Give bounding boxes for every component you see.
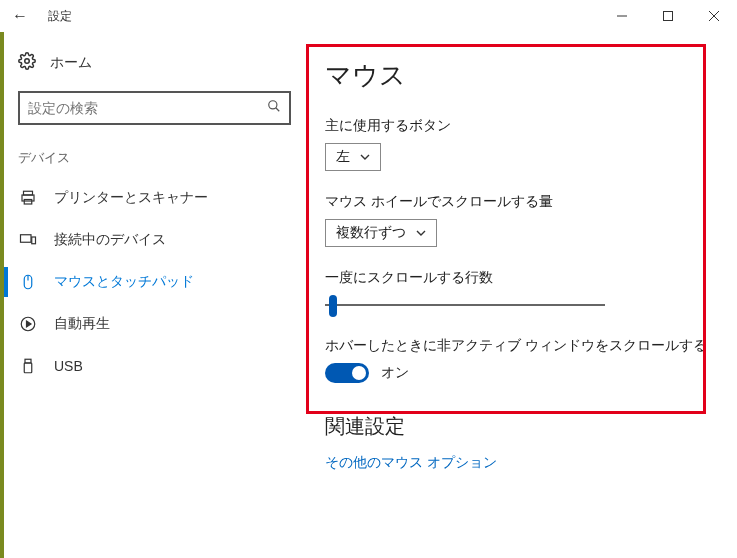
toggle-state-label: オン [381, 364, 409, 382]
inactive-scroll-toggle[interactable] [325, 363, 369, 383]
sidebar-item-label: マウスとタッチパッド [54, 273, 194, 291]
additional-mouse-options-link[interactable]: その他のマウス オプション [325, 454, 717, 472]
page-title: マウス [325, 58, 717, 93]
lines-per-scroll-label: 一度にスクロールする行数 [325, 269, 717, 287]
devices-icon [18, 231, 38, 249]
minimize-button[interactable] [599, 0, 645, 32]
inactive-scroll-label: ホバーしたときに非アクティブ ウィンドウをスクロールする [325, 337, 717, 355]
search-field[interactable] [28, 100, 267, 116]
sidebar-item-mouse-touchpad[interactable]: マウスとタッチパッド [4, 261, 305, 303]
slider-track-line [325, 304, 605, 306]
usb-icon [18, 357, 38, 375]
svg-rect-9 [24, 200, 32, 205]
mouse-icon [18, 273, 38, 291]
svg-rect-10 [21, 235, 32, 243]
search-input[interactable] [18, 91, 291, 125]
primary-button-value: 左 [336, 148, 350, 166]
sidebar-item-label: プリンターとスキャナー [54, 189, 208, 207]
slider-thumb[interactable] [329, 295, 337, 317]
sidebar: ホーム デバイス プリンターとスキャナー 接続中のデバイス マウスとタッチパッド… [0, 32, 305, 558]
lines-per-scroll-slider[interactable] [325, 295, 605, 315]
primary-button-label: 主に使用するボタン [325, 117, 717, 135]
sidebar-item-usb[interactable]: USB [4, 345, 305, 387]
primary-button-select[interactable]: 左 [325, 143, 381, 171]
sidebar-item-label: 自動再生 [54, 315, 110, 333]
svg-rect-11 [32, 237, 36, 244]
svg-marker-15 [27, 321, 32, 327]
toggle-knob [352, 366, 366, 380]
svg-rect-1 [664, 12, 673, 21]
window-title: 設定 [48, 8, 72, 25]
wheel-scroll-label: マウス ホイールでスクロールする量 [325, 193, 717, 211]
sidebar-item-connected-devices[interactable]: 接続中のデバイス [4, 219, 305, 261]
sidebar-item-label: USB [54, 358, 83, 374]
chevron-down-icon [360, 149, 370, 165]
svg-line-6 [276, 108, 280, 112]
home-button[interactable]: ホーム [4, 42, 305, 83]
gear-icon [18, 52, 36, 73]
main-panel: マウス 主に使用するボタン 左 マウス ホイールでスクロールする量 複数行ずつ … [305, 32, 737, 558]
search-icon [267, 99, 281, 117]
related-settings-title: 関連設定 [325, 413, 717, 440]
svg-rect-17 [24, 363, 32, 373]
back-button[interactable]: ← [4, 7, 36, 25]
home-label: ホーム [50, 54, 92, 72]
wheel-scroll-value: 複数行ずつ [336, 224, 406, 242]
close-button[interactable] [691, 0, 737, 32]
svg-point-4 [25, 59, 30, 64]
wheel-scroll-select[interactable]: 複数行ずつ [325, 219, 437, 247]
category-header: デバイス [4, 143, 305, 177]
sidebar-item-label: 接続中のデバイス [54, 231, 166, 249]
autoplay-icon [18, 315, 38, 333]
svg-point-5 [269, 101, 277, 109]
printer-icon [18, 189, 38, 207]
chevron-down-icon [416, 225, 426, 241]
sidebar-item-autoplay[interactable]: 自動再生 [4, 303, 305, 345]
sidebar-item-printers[interactable]: プリンターとスキャナー [4, 177, 305, 219]
maximize-button[interactable] [645, 0, 691, 32]
